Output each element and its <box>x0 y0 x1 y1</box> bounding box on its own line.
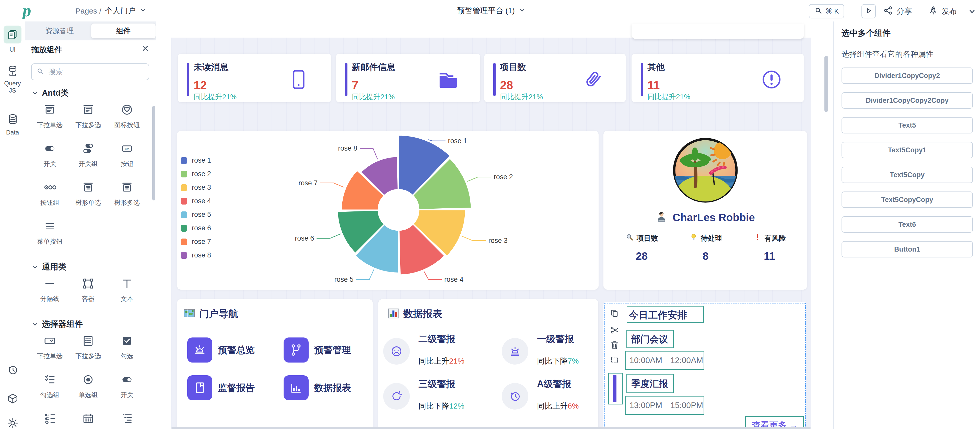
nav-item-1[interactable]: 预警管理 <box>283 338 375 362</box>
nav-item-label: 预警总览 <box>218 344 255 356</box>
widget-item-selpanel2[interactable]: 下拉多选 <box>69 103 107 129</box>
widget-item-label: 下拉单选 <box>31 352 69 360</box>
widget-item-menulines[interactable]: 菜单按钮 <box>31 220 69 246</box>
menulines-icon <box>31 220 69 234</box>
trash-icon[interactable] <box>609 340 620 351</box>
portal-nav-card[interactable]: 门户导航 预警总览预警管理监督报告数据报表 查看更多 → <box>177 299 373 429</box>
canvas-scrollbar-horizontal[interactable] <box>172 427 811 429</box>
report-item-0[interactable]: 二级警报同比上升21% <box>383 333 490 371</box>
report-item-1[interactable]: 一级警报同比下降7% <box>502 333 609 371</box>
nav-item-3[interactable]: 数据报表 <box>283 375 375 400</box>
partial-card-sliver[interactable] <box>632 24 804 39</box>
widget-search-input[interactable] <box>48 67 136 76</box>
sidebar-item-data[interactable] <box>7 113 19 126</box>
selected-widget-button-Text5Copy[interactable]: Text5Copy <box>842 167 973 183</box>
copy-icon[interactable] <box>609 308 620 320</box>
widget-item-treeindent[interactable]: 树形单选 <box>108 412 146 429</box>
nav-item-0[interactable]: 预警总览 <box>187 338 279 362</box>
time1-widget[interactable]: 10:00AM—12:00AM <box>625 351 704 370</box>
avatar <box>672 137 738 204</box>
widget-item-containerbox[interactable]: 容器 <box>69 277 107 303</box>
sidebar-item-query[interactable] <box>7 65 19 78</box>
canvas-scrollbar-vertical[interactable] <box>824 56 828 112</box>
widget-item-btn[interactable]: Btn按钮 <box>108 142 146 168</box>
checklist-icon <box>69 334 107 348</box>
widget-item-toggle[interactable]: 开关 <box>31 142 69 168</box>
report-item-title: 一级警报 <box>537 333 574 345</box>
sidebar-item-ui[interactable] <box>3 26 21 43</box>
search-icon <box>36 67 45 77</box>
widget-item-checklist[interactable]: 下拉多选 <box>69 334 107 360</box>
app-logo[interactable]: p <box>21 3 48 20</box>
dashedsq-icon[interactable] <box>609 355 620 366</box>
profile-stat-value: 8 <box>678 250 734 262</box>
section-header-1[interactable]: 通用类 <box>32 261 67 273</box>
widget-item-selpanel[interactable]: 下拉单选 <box>31 103 69 129</box>
widget-item-textT[interactable]: 文本 <box>108 277 146 303</box>
stat-card-3[interactable]: 其他11同比提升21% <box>632 54 804 102</box>
selected-widget-button-Text6[interactable]: Text6 <box>842 216 973 233</box>
widget-item-togglegroup[interactable]: 开关组 <box>69 142 107 168</box>
selected-widget-button-Divider1CopyCopy2[interactable]: Divider1CopyCopy2 <box>842 67 973 84</box>
trend-percent: 12% <box>449 402 465 410</box>
close-icon[interactable] <box>140 43 150 54</box>
widget-item-dividerline[interactable]: 分隔线 <box>31 277 69 303</box>
widget-item-calendar[interactable]: 日期选择器 <box>69 412 107 429</box>
widget-item-heartcircle[interactable]: 图标按钮 <box>108 103 146 129</box>
settings-gear-icon[interactable] <box>7 417 19 429</box>
section-header-0[interactable]: Antd类 <box>32 88 69 99</box>
person-laptop-icon <box>655 220 667 224</box>
chevron-down-icon <box>519 6 526 16</box>
nav-item-2[interactable]: 监督报告 <box>187 375 279 400</box>
time2-widget[interactable]: 13:00PM—15:00PM <box>625 396 704 415</box>
section-header-2[interactable]: 选择器组件 <box>32 319 83 330</box>
widget-item-switchpill[interactable]: 开关 <box>108 373 146 399</box>
widget-item-switchgroup[interactable]: 开关组 <box>31 412 69 429</box>
report-card-title: 数据报表 <box>403 307 442 321</box>
package-icon[interactable] <box>7 393 19 405</box>
tab-resource-manager[interactable]: 资源管理 <box>30 21 89 40</box>
meeting2-widget[interactable]: 季度汇报 <box>627 374 674 393</box>
selected-widget-button-Button1[interactable]: Button1 <box>842 241 973 257</box>
selected-widget-button-Text5Copy1[interactable]: Text5Copy1 <box>842 142 973 158</box>
scissors-icon[interactable] <box>609 325 620 337</box>
bar-chart-icon <box>388 308 399 321</box>
publish-button[interactable]: 发布 <box>928 6 957 17</box>
profile-stat-label: 有风险 <box>741 233 798 243</box>
app-title-menu[interactable]: 预警管理平台 (1) <box>457 6 526 16</box>
history-icon[interactable] <box>7 364 19 377</box>
panel-scrollbar[interactable] <box>152 106 155 201</box>
meeting1-widget[interactable]: 部门会议 <box>627 330 674 348</box>
widget-item-treesel[interactable]: 树形单选 <box>69 181 107 207</box>
widget-item-label: 文本 <box>108 295 146 303</box>
stat-card-1[interactable]: 新邮件信息7同比提升21% <box>336 54 480 102</box>
share-button[interactable]: 分享 <box>883 6 912 17</box>
schedule-card[interactable]: 今日工作安排 部门会议 10:00AM—12:00AM 季度汇报 13:00PM… <box>603 302 806 429</box>
report-item-2[interactable]: 三级警报同比下降12% <box>383 378 490 416</box>
data-report-card[interactable]: 数据报表 二级警报同比上升21%一级警报同比下降7%三级警报同比下降12%A级警… <box>379 299 598 429</box>
selected-widget-button-Text5CopyCopy[interactable]: Text5CopyCopy <box>842 191 973 208</box>
stat-card-2[interactable]: 项目数28同比提升21% <box>484 54 626 102</box>
widget-item-treesel[interactable]: 树形多选 <box>108 181 146 207</box>
stat-card-0[interactable]: 未读消息12同比提升21% <box>178 54 331 102</box>
run-button[interactable] <box>861 4 876 18</box>
widget-item-checkgroup[interactable]: 勾选组 <box>31 373 69 399</box>
header-more-chevron[interactable] <box>968 7 977 17</box>
profile-card[interactable]: CharLes Robbie 项目数 28待处理 8有风险 11 <box>603 131 807 290</box>
selected-widget-button-Divider1CopyCopy2Copy[interactable]: Divider1CopyCopy2Copy <box>842 92 973 108</box>
search-shortcut-button[interactable]: ⌘ K <box>809 4 844 18</box>
rose-chart-card[interactable]: rose 1rose 2rose 3rose 4rose 5rose 6rose… <box>177 131 598 290</box>
tab-components[interactable]: 组件 <box>91 24 156 38</box>
selected-widget-button-Text5[interactable]: Text5 <box>842 117 973 134</box>
widget-item-btngroup[interactable]: 按钮组 <box>31 181 69 207</box>
report-item-trend: 同比下降7% <box>537 356 579 366</box>
profile-stat-2: 有风险 11 <box>741 233 798 262</box>
share-icon <box>883 6 893 17</box>
report-item-3[interactable]: A级警报同比上升6% <box>502 378 609 416</box>
folder-icon <box>437 69 459 91</box>
breadcrumb[interactable]: Pages / 个人门户 <box>75 6 147 16</box>
widget-item-dropdown[interactable]: 下拉单选 <box>31 334 69 360</box>
divider-widget[interactable] <box>608 373 623 405</box>
widget-item-radiogroup[interactable]: 单选组 <box>69 373 107 399</box>
widget-item-checkbox[interactable]: 勾选 <box>108 334 146 360</box>
